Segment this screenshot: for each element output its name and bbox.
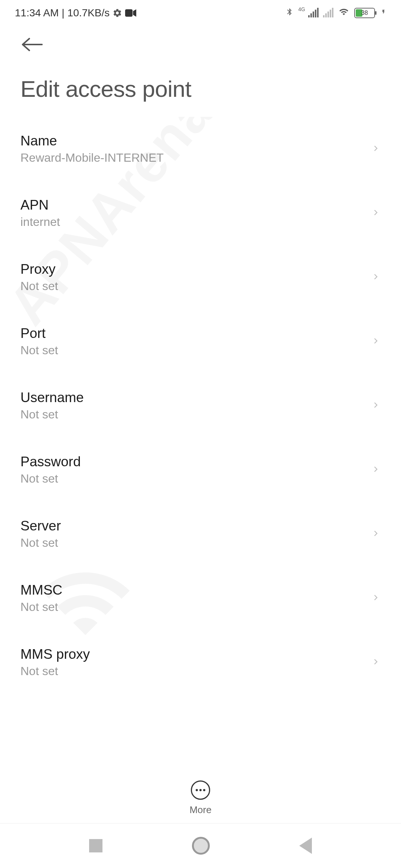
setting-value: Not set (20, 536, 371, 550)
back-button[interactable] (20, 37, 44, 53)
setting-row-name[interactable]: Name Reward-Mobile-INTERNET (20, 117, 381, 181)
setting-value: Not set (20, 664, 371, 678)
setting-row-server[interactable]: Server Not set (20, 502, 381, 566)
setting-label: Server (20, 518, 371, 534)
setting-label: Password (20, 454, 371, 470)
status-data-rate: 10.7KB/s (68, 7, 110, 19)
chevron-right-icon (371, 590, 381, 606)
chevron-right-icon (371, 141, 381, 157)
status-time: 11:34 AM (15, 7, 59, 19)
setting-label: Username (20, 390, 371, 405)
setting-row-proxy[interactable]: Proxy Not set (20, 245, 381, 309)
nav-recent-button[interactable] (89, 839, 102, 852)
status-left: 11:34 AM | 10.7KB/s (15, 7, 136, 19)
signal-sim1-icon (308, 9, 319, 17)
chevron-right-icon (371, 269, 381, 286)
signal-sim2-icon (323, 9, 333, 17)
bottom-action-bar: More (0, 780, 401, 823)
chevron-right-icon (371, 398, 381, 414)
setting-label: Proxy (20, 262, 371, 277)
nav-home-button[interactable] (192, 837, 210, 855)
gear-icon (113, 8, 122, 18)
camera-icon (125, 9, 136, 17)
svg-rect-0 (125, 9, 133, 17)
chevron-right-icon (371, 205, 381, 221)
status-bar: 11:34 AM | 10.7KB/s 4G 38 (0, 0, 401, 26)
setting-value: Not set (20, 472, 371, 486)
setting-value: Not set (20, 343, 371, 357)
more-label: More (189, 804, 211, 816)
battery-icon: 38 (354, 8, 375, 18)
setting-row-mms-proxy[interactable]: MMS proxy Not set (20, 630, 381, 694)
setting-value: internet (20, 215, 371, 229)
chevron-right-icon (371, 526, 381, 542)
setting-row-port[interactable]: Port Not set (20, 309, 381, 374)
setting-value: Not set (20, 600, 371, 614)
nav-back-button[interactable] (299, 838, 312, 854)
header: Edit access point (0, 26, 401, 117)
setting-label: Port (20, 326, 371, 341)
chevron-right-icon (371, 462, 381, 478)
more-button[interactable]: More (189, 780, 211, 816)
setting-row-mmsc[interactable]: MMSC Not set (20, 566, 381, 630)
chevron-right-icon (371, 333, 381, 350)
bluetooth-icon (286, 6, 294, 20)
setting-label: APN (20, 197, 371, 213)
page-title: Edit access point (20, 76, 381, 102)
charging-icon (381, 7, 386, 19)
setting-value: Not set (20, 279, 371, 293)
setting-row-password[interactable]: Password Not set (20, 438, 381, 502)
setting-value: Reward-Mobile-INTERNET (20, 151, 371, 165)
more-icon (191, 780, 210, 800)
network-type-label: 4G (298, 6, 305, 12)
status-right: 4G 38 (286, 6, 386, 20)
setting-value: Not set (20, 408, 371, 421)
setting-label: MMS proxy (20, 647, 371, 662)
setting-label: MMSC (20, 582, 371, 598)
settings-list: APNArena Name Reward-Mobile-INTERNET APN… (0, 117, 401, 803)
setting-row-apn[interactable]: APN internet (20, 181, 381, 245)
chevron-right-icon (371, 654, 381, 671)
setting-label: Name (20, 133, 371, 149)
wifi-icon (338, 7, 350, 19)
navigation-bar (0, 823, 401, 868)
setting-row-username[interactable]: Username Not set (20, 374, 381, 438)
